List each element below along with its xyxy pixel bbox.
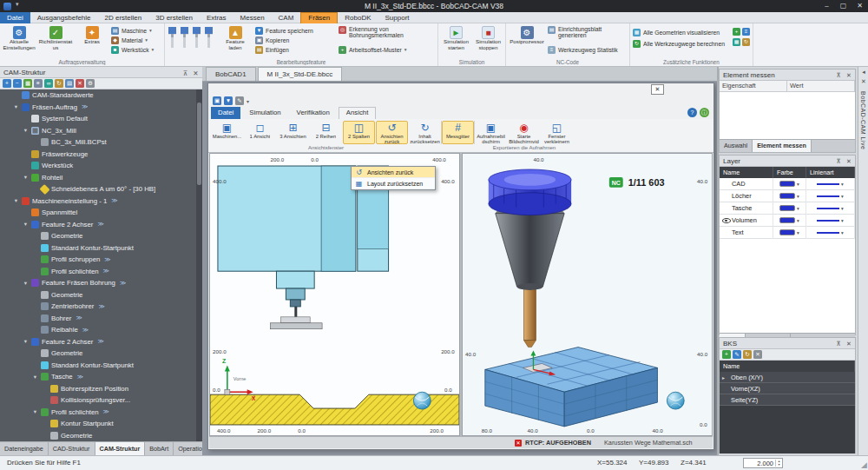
hole-recognition-button[interactable]: Erkennung von Bohrungsmerkmalen (339, 26, 436, 43)
visibility-eye-icon[interactable] (722, 216, 731, 224)
ribbon-tab[interactable]: 3D erstellen (148, 12, 200, 23)
bks-row[interactable]: Seite(YZ) (720, 394, 855, 406)
postprocessor-button[interactable]: Postprozessor (509, 25, 545, 57)
tree-item[interactable]: Kollisionsprüfungsver... (0, 394, 202, 407)
quick-access-dropdown-icon[interactable]: ▾ (16, 1, 19, 8)
rotate-bks-icon[interactable]: ↻ (743, 350, 752, 359)
measure-body[interactable] (720, 92, 855, 139)
navigation-ball[interactable] (667, 392, 684, 409)
options-chevron-icon[interactable]: ≫ (103, 408, 109, 415)
collapse-panel-icon[interactable]: ◂ (859, 69, 868, 76)
add-icon[interactable]: + (733, 28, 740, 36)
layer-body-empty[interactable] (720, 239, 855, 333)
resize-grip[interactable]: ◢ (861, 460, 867, 469)
close-icon[interactable]: ✕ (844, 338, 854, 349)
layer-color-swatch[interactable] (779, 193, 795, 199)
navigation-ball[interactable] (413, 392, 431, 409)
tree-item[interactable]: BC_3x_Mill.BCPst (0, 136, 202, 149)
tree-item[interactable]: ▾ Maschineneinstellung - 1 ≫ (0, 195, 202, 208)
copy-button[interactable]: Kopieren (255, 36, 335, 44)
expand-arrow-icon[interactable]: ▾ (23, 127, 29, 134)
layer-color-swatch[interactable] (779, 229, 795, 235)
options-chevron-icon[interactable]: ≫ (97, 338, 103, 345)
tree-item[interactable]: Reibahle ≫ (0, 324, 202, 336)
sim-toolbar-button[interactable]: ↺ Ansichten zurück (376, 121, 408, 144)
tree-item[interactable]: Spannmittel (0, 207, 202, 219)
simulation-tab[interactable]: Verifikation (290, 107, 337, 119)
tree-item[interactable]: Geometrie (0, 230, 202, 242)
layer-row[interactable]: Tasche ▾ ▾ (720, 202, 855, 215)
add-bks-icon[interactable]: + (722, 350, 731, 359)
tree-item[interactable]: CAM-Standardwerte (0, 89, 202, 102)
sim-toolbar-button[interactable]: ⊟ 2 Reihen (310, 121, 342, 144)
chevron-down-icon[interactable]: ▾ (841, 194, 844, 199)
sim-toolbar-button[interactable]: ◱ Fenster verkleinern (541, 121, 573, 144)
tree-item[interactable]: Geometrie (0, 348, 202, 360)
feature-load-button[interactable]: Feature laden (219, 25, 252, 57)
tree-item[interactable]: Bohrerspitzen Position (0, 383, 202, 395)
layer-color-swatch[interactable] (779, 181, 795, 187)
document-tab[interactable]: M II_3x_Std-DE.bbcc (258, 67, 343, 81)
layer-row[interactable]: CAD ▾ ▾ (720, 178, 855, 190)
show-all-icon[interactable]: ▦ (23, 79, 32, 88)
tree-item[interactable]: Geometrie (0, 430, 202, 442)
tree-item[interactable]: ▾ NC_3x_Mill (0, 125, 202, 137)
chevron-down-icon[interactable]: ▾ (841, 206, 844, 211)
menu-item[interactable]: ↺ Ansichten zurück (352, 167, 435, 178)
filter-icon[interactable]: ≡ (34, 79, 43, 88)
edit-icon[interactable]: ✎ (235, 96, 244, 105)
bks-row[interactable]: Vorne(XZ) (720, 383, 855, 394)
close-icon[interactable]: ✕ (844, 70, 854, 81)
refresh-icon[interactable]: ↻ (742, 38, 750, 46)
ribbon-tab[interactable]: Messen (233, 12, 272, 23)
layer-linetype-sample[interactable] (817, 183, 839, 185)
simulation-window-close-button[interactable]: ✕ (651, 84, 664, 95)
left-panel-tab[interactable]: BobArt (145, 442, 174, 455)
minimize-button[interactable]: – (819, 0, 835, 12)
zoom-value-input[interactable]: 2.000 ▴ ▾ (743, 458, 783, 468)
expand-arrow-icon[interactable]: ▾ (23, 221, 29, 228)
expand-arrow-icon[interactable]: ▾ (23, 338, 29, 345)
edit-bks-icon[interactable]: ✎ (733, 350, 741, 359)
help-icon[interactable]: ? (687, 108, 697, 117)
pin-icon[interactable]: ⊼ (833, 156, 844, 167)
ribbon-tab[interactable]: RoboDK (338, 12, 378, 23)
tree-item[interactable]: ▾ Feature 2 Achser ≫ (0, 219, 202, 231)
tree-item[interactable]: Werkstück (0, 160, 202, 172)
layer-row[interactable]: Löcher ▾ ▾ (720, 190, 855, 202)
sim-toolbar-button[interactable]: ▣ Maschinen... (211, 121, 243, 144)
options-chevron-icon[interactable]: ≫ (103, 268, 109, 275)
tree-item[interactable]: ▾ Feature Fräsen Bohrung ≫ (0, 277, 202, 289)
chevron-down-icon[interactable]: ▾ (797, 218, 799, 223)
measure-tab[interactable]: Element messen (753, 140, 812, 152)
sim-toolbar-button[interactable]: ◉ Starte Bildschirmvideo (508, 121, 540, 144)
feature-save-button[interactable]: Feature speichern (255, 26, 335, 35)
options-chevron-icon[interactable]: ≫ (98, 303, 104, 310)
tree-item[interactable]: ▾ Tasche ≫ (0, 371, 202, 383)
close-icon[interactable]: ✕ (844, 156, 854, 167)
front-viewport[interactable]: Z X Vorne 200.0 0.0 400.0 400.0 200.0 0.… (209, 153, 460, 436)
tree-item[interactable]: Geometrie (0, 289, 202, 301)
chevron-down-icon[interactable]: ▾ (797, 182, 799, 187)
simulation-stop-button[interactable]: Simulation stoppen (473, 25, 503, 57)
sim-toolbar-button[interactable]: ▣ Aufnahmebildschirm (475, 121, 507, 144)
titlebar[interactable]: ▾ M II_3x_Std-DE.bbcc - BobCAD-CAM V38 –… (0, 0, 868, 12)
autohide-tab-bobcad-live[interactable]: BobCAD-CAM Live (860, 91, 866, 149)
close-button[interactable]: ✕ (852, 0, 868, 12)
expand-all-icon[interactable]: + (3, 79, 11, 88)
pin-icon[interactable]: ⊼ (833, 70, 844, 81)
bks-row[interactable]: ▸ Oben (X/Y) (720, 372, 855, 383)
ribbon-tab[interactable]: Extras (200, 12, 233, 23)
layer-linetype-sample[interactable] (817, 195, 839, 197)
guideline-status-button[interactable]: Richtlinienstatus (38, 25, 73, 57)
setup-sheet-button[interactable]: Einrichtungsblatt generieren (548, 26, 628, 43)
tree-item[interactable]: Profil schruppen ≫ (0, 254, 202, 266)
options-chevron-icon[interactable]: ≫ (120, 280, 126, 287)
tree-item[interactable]: System Default (0, 113, 202, 125)
sim-toolbar-button[interactable]: ◫ 2 Spalten (343, 121, 375, 144)
toolpath-stats-button[interactable]: Werkzeugweg Statistik (548, 45, 628, 54)
sim-toolbar-button[interactable]: ↻ Inhalt zurücksetzen (409, 121, 441, 144)
tree-item[interactable]: Fräswerkzeuge (0, 149, 202, 161)
options-chevron-icon[interactable]: ≫ (76, 314, 82, 321)
options-chevron-icon[interactable]: ≫ (104, 256, 110, 263)
